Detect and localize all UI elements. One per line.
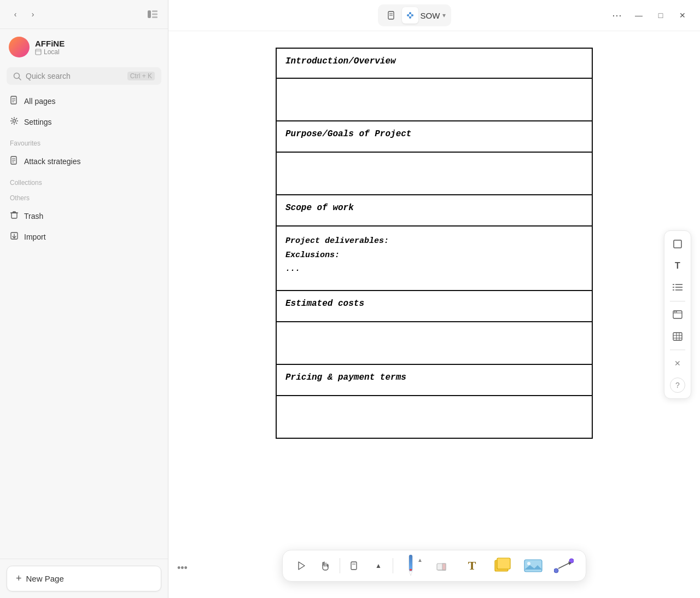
attack-strategies-label: Attack strategies <box>24 157 81 166</box>
nav-arrows: ‹ › <box>8 7 40 22</box>
close-panel-button[interactable]: ✕ <box>668 353 687 373</box>
svg-rect-46 <box>497 558 510 569</box>
scope-header-cell: Scope of work <box>276 195 593 225</box>
svg-marker-35 <box>299 562 305 570</box>
expand-button[interactable]: ▲ <box>369 556 388 576</box>
right-tool-sep-1 <box>670 301 685 301</box>
scope-more: ... <box>285 262 583 276</box>
svg-rect-39 <box>409 555 412 571</box>
toolbar-sep-1 <box>340 558 340 573</box>
titlebar-center: SOW ▾ <box>378 4 452 26</box>
intro-body-cell <box>276 78 593 121</box>
svg-point-12 <box>13 120 16 123</box>
svg-line-33 <box>410 15 412 18</box>
minimize-button[interactable]: — <box>630 7 648 24</box>
table-button[interactable] <box>668 327 687 346</box>
svg-point-62 <box>674 311 675 312</box>
search-bar[interactable]: Quick search Ctrl + K <box>7 67 161 85</box>
collections-section-label: Collections <box>0 173 168 189</box>
search-icon <box>13 72 21 80</box>
sidebar-item-settings[interactable]: Settings <box>4 112 164 132</box>
svg-rect-17 <box>11 213 17 218</box>
eraser-tool-button[interactable] <box>428 556 454 576</box>
sidebar-item-attack-strategies[interactable]: Attack strategies <box>4 152 164 171</box>
back-button[interactable]: ‹ <box>8 7 23 22</box>
hand-tool-button[interactable] <box>316 556 335 576</box>
sidebar-item-trash[interactable]: Trash <box>4 206 164 226</box>
edgeless-view-button[interactable] <box>402 7 418 24</box>
scope-exclusions: Exclusions: <box>285 248 583 263</box>
svg-point-50 <box>554 568 558 573</box>
titlebar: SOW ▾ ⋯ — □ ✕ <box>168 0 700 31</box>
embed-button[interactable] <box>668 305 687 324</box>
plus-icon: + <box>16 573 22 584</box>
bottom-toolbar: ▲ ▲ <box>282 550 586 582</box>
sidebar-toggle-button[interactable] <box>145 7 160 22</box>
forward-button[interactable]: › <box>25 7 40 22</box>
page-view-button[interactable] <box>383 7 400 24</box>
canvas-more-options[interactable]: ••• <box>177 562 188 574</box>
text-tool-button[interactable]: T <box>459 556 485 576</box>
pricing-body-cell <box>276 395 593 439</box>
close-button[interactable]: ✕ <box>674 7 691 24</box>
trash-label: Trash <box>24 212 43 220</box>
all-pages-label: All pages <box>24 97 56 106</box>
sow-document: Introduction/Overview Purpose/Goals of P… <box>276 48 593 439</box>
svg-rect-1 <box>152 10 158 12</box>
toolbar-sep-2 <box>393 558 393 573</box>
shape-tool-button[interactable] <box>489 556 516 576</box>
pages-icon <box>10 96 19 107</box>
document-title[interactable]: SOW ▾ <box>421 11 446 20</box>
settings-label: Settings <box>24 118 52 126</box>
svg-rect-43 <box>442 564 446 570</box>
settings-icon <box>10 117 19 127</box>
goals-header-cell: Purpose/Goals of Project <box>276 121 593 152</box>
svg-line-32 <box>410 13 412 15</box>
others-section-label: Others <box>0 189 168 204</box>
favourites-section-label: Favourites <box>0 134 168 149</box>
text-insert-button[interactable]: T <box>668 256 687 276</box>
sidebar-item-import[interactable]: Import <box>4 227 164 247</box>
main-content: SOW ▾ ⋯ — □ ✕ Introduction/Overview Purp… <box>168 0 700 598</box>
new-page-button[interactable]: + New Page <box>7 566 161 591</box>
import-icon <box>10 231 19 242</box>
costs-header-cell: Estimated costs <box>276 291 593 321</box>
svg-rect-36 <box>351 562 357 570</box>
svg-rect-3 <box>152 16 158 18</box>
sidebar-nav: All pages Settings <box>0 89 168 134</box>
search-label: Quick search <box>26 72 123 80</box>
sidebar: ‹ › AFFiNE Local Quick search <box>0 0 168 598</box>
help-button[interactable]: ? <box>670 378 685 393</box>
connector-tool-button[interactable] <box>551 556 577 576</box>
list-insert-button[interactable] <box>668 278 687 298</box>
svg-line-7 <box>19 78 21 80</box>
svg-rect-0 <box>148 10 151 18</box>
svg-rect-53 <box>674 240 681 248</box>
titlebar-right: ⋯ — □ ✕ <box>608 7 691 24</box>
svg-point-48 <box>527 562 530 565</box>
page-tool-button[interactable] <box>345 556 364 576</box>
user-name: AFFiNE <box>35 39 65 48</box>
image-tool-button[interactable] <box>520 556 546 576</box>
pen-tool-button[interactable]: ▲ <box>398 556 424 576</box>
canvas-area[interactable]: Introduction/Overview Purpose/Goals of P… <box>168 31 700 598</box>
pricing-header-cell: Pricing & payment terms <box>276 365 593 395</box>
canvas-content: Introduction/Overview Purpose/Goals of P… <box>168 31 700 598</box>
play-button[interactable] <box>291 556 311 576</box>
sidebar-bottom: + New Page <box>0 559 168 598</box>
user-info: AFFiNE Local <box>35 39 65 56</box>
scope-deliverables: Project deliverables: <box>285 234 583 248</box>
user-section[interactable]: AFFiNE Local <box>0 29 168 65</box>
right-tools-panel: T ✕ ? <box>664 230 691 399</box>
svg-line-31 <box>408 13 410 15</box>
import-label: Import <box>24 233 46 241</box>
frame-tool-button[interactable] <box>668 234 687 254</box>
sidebar-item-all-pages[interactable]: All pages <box>4 91 164 111</box>
more-options-button[interactable]: ⋯ <box>608 7 626 24</box>
svg-rect-4 <box>36 49 41 55</box>
sidebar-header: ‹ › <box>0 0 168 29</box>
intro-header-cell: Introduction/Overview <box>276 48 593 78</box>
search-shortcut: Ctrl + K <box>127 72 155 80</box>
maximize-button[interactable]: □ <box>652 7 669 24</box>
avatar <box>9 37 30 57</box>
